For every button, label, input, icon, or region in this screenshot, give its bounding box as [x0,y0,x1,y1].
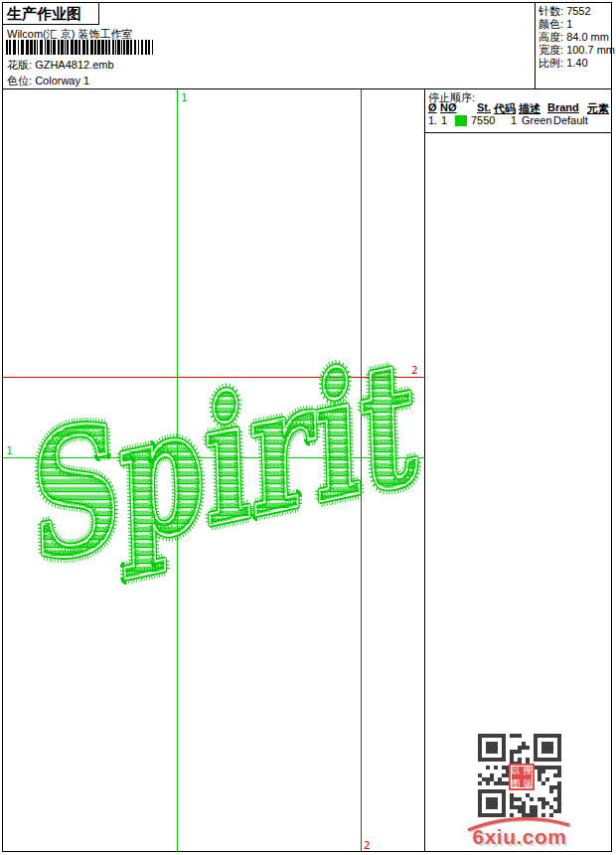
info-panel-divider [535,3,536,88]
width-label: 宽度: [539,44,563,56]
colorway-label: 色位: [7,75,32,86]
table-bottom-border [424,132,612,133]
height-value: 84.0 mm [566,31,609,43]
stitch-count-row: 针数: 7552 [539,5,612,18]
production-worksheet: 生产作业图 Wilcom(汇 京) 装饰工作室 花版: GZHA4812.emb… [2,2,612,852]
color-count-label: 颜色: [539,18,563,30]
barcode [6,40,157,55]
stamp-char: 版 [524,778,533,788]
colorway-value: Colorway 1 [35,75,89,86]
start-marker-top: 1 [181,91,188,104]
color-swatch [455,115,467,126]
page-title-text: 生产作业图 [7,5,81,22]
colorway-line: 色位: Colorway 1 [7,74,89,88]
qr-center-stamp: 以 搜 图 版 [509,764,535,790]
col-header-brand: Brand [547,101,579,113]
stamp-char: 以 [512,766,521,775]
col-header-stitches: St. [477,101,491,113]
width-value: 100.7 mm [566,44,615,56]
color-count-value: 1 [566,18,572,30]
stitch-count-value: 7552 [566,5,590,17]
stamp-char: 图 [512,778,521,788]
row-stitches: 7550 [471,114,495,126]
watermark-text: 6xiu.com [463,825,576,849]
height-row: 高度: 84.0 mm [539,31,612,44]
col-header-elements: 元素 [587,101,609,116]
end-marker-right: 2 [411,364,418,377]
row-brand: Default [553,114,588,126]
height-label: 高度: [539,31,563,43]
col-header-seq: Ø [428,101,437,113]
design-file-value: GZHA4812.emb [35,59,113,71]
row-needle: 1 [441,114,447,126]
color-count-row: 颜色: 1 [539,18,612,31]
scale-label: 比例: [539,57,563,69]
page-title: 生产作业图 [3,3,99,25]
col-header-needle: NØ [440,101,457,113]
design-file-line: 花版: GZHA4812.emb [7,58,114,73]
design-info-panel: 针数: 7552 颜色: 1 高度: 84.0 mm 宽度: 100.7 mm … [539,5,612,70]
stamp-char: 搜 [524,766,533,775]
scale-row: 比例: 1.40 [539,57,612,70]
design-canvas: 1 1 2 2 Spirit Spirit Spirit Spirit [3,89,424,852]
row-code: 1 [511,114,517,126]
design-file-label: 花版: [7,59,32,71]
row-description: Green [522,114,552,126]
scale-value: 1.40 [566,57,587,69]
6xiu-watermark: 6xiu.com [463,819,576,851]
stitch-count-label: 针数: [539,5,563,17]
column-divider [424,88,425,852]
width-row: 宽度: 100.7 mm [539,44,612,57]
row-seq: 1. [428,114,437,126]
end-marker-bottom: 2 [364,839,371,852]
